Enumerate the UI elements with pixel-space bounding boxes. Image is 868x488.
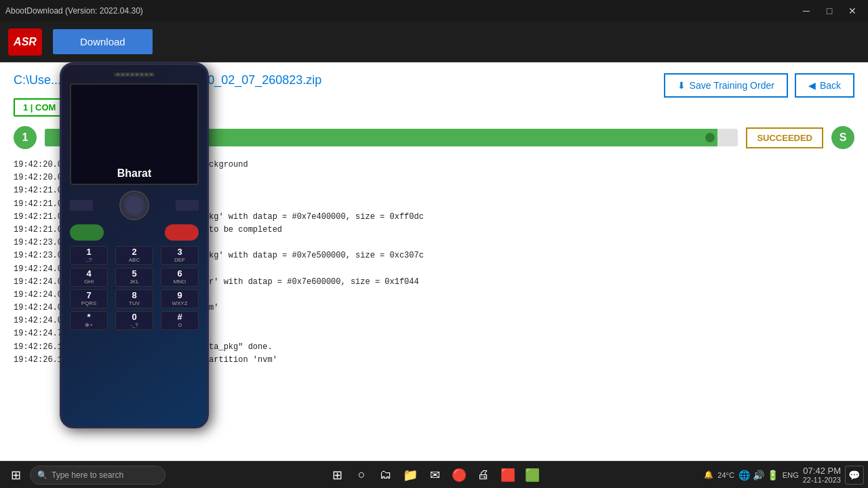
title-bar-left: AbootDownload (Version: 2022.04.30) <box>5 6 143 16</box>
keypad-row-2: 4GHI 5JKL 6MNO <box>70 268 199 287</box>
back-icon: ◀ <box>808 80 816 91</box>
save-icon: ⬇ <box>677 80 686 91</box>
weather-temp: 24°C <box>717 471 734 479</box>
back-label: Back <box>820 80 841 91</box>
taskbar-folder-icon[interactable]: 📁 <box>399 464 421 486</box>
search-box[interactable]: 🔍 Type here to search <box>30 466 165 485</box>
search-icon: 🔍 <box>37 470 47 480</box>
key-0[interactable]: 0-_? <box>115 311 153 330</box>
end-call-button[interactable] <box>165 224 199 241</box>
taskbar-mail-icon[interactable]: ✉ <box>424 464 446 486</box>
toolbar: ASR Download <box>0 22 868 62</box>
phone-screen: Bharat <box>70 83 199 185</box>
com-badge: 1 | COM <box>14 98 65 117</box>
title-bar-text: AbootDownload (Version: 2022.04.30) <box>5 6 143 16</box>
taskbar-files-icon[interactable]: 🗂 <box>375 464 397 486</box>
lang-indicator: ENG <box>783 471 799 479</box>
asr-logo: ASR <box>8 28 42 56</box>
keypad: 1.,? 2ABC 3DEF 4GHI 5JKL 6MNO 7PQRS 8TUV… <box>70 246 199 333</box>
call-button[interactable] <box>70 224 104 241</box>
key-8[interactable]: 8TUV <box>115 289 153 308</box>
key-3[interactable]: 3DEF <box>161 246 199 265</box>
taskbar-search-icon[interactable]: ○ <box>351 464 372 486</box>
keypad-row-4: *⊕+ 0-_? #⊙ <box>70 311 199 330</box>
save-training-button[interactable]: ⬇ Save Training Order <box>664 73 788 98</box>
taskbar-center: ⊞ ○ 🗂 📁 ✉ 🔴 🖨 🟥 🟩 <box>326 464 543 486</box>
battery-icon: 🔋 <box>767 470 778 481</box>
title-bar-controls: ─ □ ✕ <box>796 4 863 18</box>
main-content: Bharat 1.,? 2ABC 3DEF 4GHI 5JKL <box>0 62 868 461</box>
key-6[interactable]: 6MNO <box>161 268 199 287</box>
nav-right-key[interactable] <box>176 200 199 211</box>
minimize-button[interactable]: ─ <box>796 4 816 18</box>
back-button[interactable]: ◀ Back <box>795 73 854 98</box>
notification-icon[interactable]: 💬 <box>845 466 864 485</box>
date: 22-11-2023 <box>803 476 841 484</box>
taskbar: ⊞ 🔍 Type here to search ⊞ ○ 🗂 📁 ✉ 🔴 🖨 🟥 … <box>0 461 868 488</box>
phone-speaker <box>114 73 155 77</box>
network-icon: 🌐 <box>738 470 750 481</box>
maximize-button[interactable]: □ <box>819 4 840 18</box>
search-placeholder: Type here to search <box>52 470 123 480</box>
key-hash[interactable]: #⊙ <box>161 311 199 330</box>
progress-dot <box>705 133 715 142</box>
key-2[interactable]: 2ABC <box>115 246 153 265</box>
time-block: 07:42 PM 22-11-2023 <box>803 466 841 484</box>
key-9[interactable]: 9WXYZ <box>161 289 199 308</box>
save-training-label: Save Training Order <box>690 80 774 91</box>
close-button[interactable]: ✕ <box>842 4 863 18</box>
step-circle: 1 <box>14 126 37 149</box>
s-circle: S <box>831 126 854 149</box>
sys-icons: 🌐 🔊 🔋 <box>738 470 778 481</box>
keypad-row-1: 1.,? 2ABC 3DEF <box>70 246 199 265</box>
phone-body: Bharat 1.,? 2ABC 3DEF 4GHI 5JKL <box>60 62 209 428</box>
clock: 07:42 PM <box>803 466 841 476</box>
phone-call-row <box>70 224 199 241</box>
dpad[interactable] <box>119 190 149 220</box>
nav-left-key[interactable] <box>70 200 93 211</box>
download-button[interactable]: Download <box>53 29 153 54</box>
notification-indicator: 🔔 <box>704 470 713 479</box>
taskbar-app3-icon[interactable]: 🟥 <box>497 464 519 486</box>
title-bar: AbootDownload (Version: 2022.04.30) ─ □ … <box>0 0 868 22</box>
phone-brand-label: Bharat <box>117 167 152 180</box>
key-7[interactable]: 7PQRS <box>70 289 108 308</box>
succeeded-badge: SUCCEEDED <box>746 127 823 148</box>
taskbar-left: ⊞ 🔍 Type here to search <box>4 464 165 487</box>
action-buttons: ⬇ Save Training Order ◀ Back <box>664 73 854 98</box>
taskbar-right: 🔔 24°C 🌐 🔊 🔋 ENG 07:42 PM 22-11-2023 💬 <box>704 466 864 485</box>
volume-icon: 🔊 <box>753 470 764 481</box>
phone-nav <box>70 190 199 220</box>
key-star[interactable]: *⊕+ <box>70 311 108 330</box>
start-button[interactable]: ⊞ <box>4 464 27 487</box>
key-5[interactable]: 5JKL <box>115 268 153 287</box>
key-1[interactable]: 1.,? <box>70 246 108 265</box>
key-4[interactable]: 4GHI <box>70 268 108 287</box>
taskbar-app2-icon[interactable]: 🖨 <box>473 464 494 486</box>
taskbar-windows-icon[interactable]: ⊞ <box>326 464 348 486</box>
phone-overlay: Bharat 1.,? 2ABC 3DEF 4GHI 5JKL <box>60 62 209 428</box>
keypad-row-3: 7PQRS 8TUV 9WXYZ <box>70 289 199 308</box>
taskbar-app1-icon[interactable]: 🔴 <box>448 464 470 486</box>
taskbar-app4-icon[interactable]: 🟩 <box>521 464 543 486</box>
